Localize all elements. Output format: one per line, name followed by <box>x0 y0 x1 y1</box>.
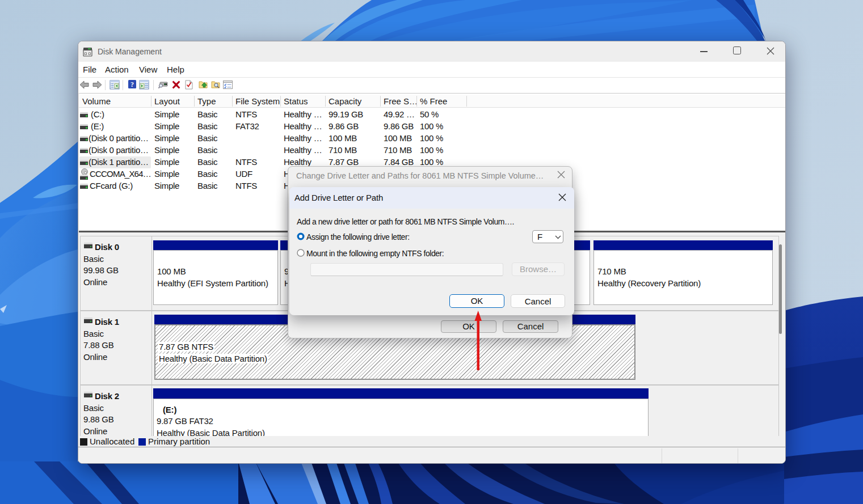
svg-text:?: ? <box>130 81 134 88</box>
